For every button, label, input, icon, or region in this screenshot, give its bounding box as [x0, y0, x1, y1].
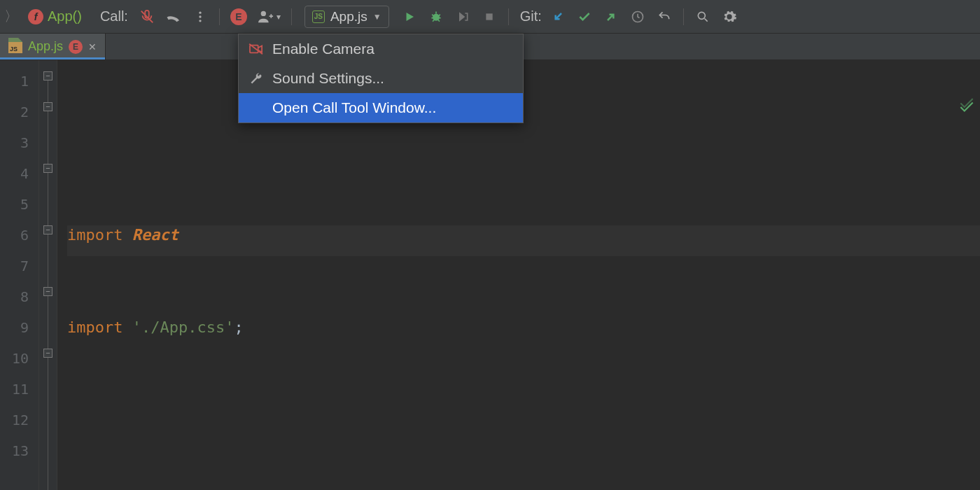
- chevron-down-icon: ▼: [373, 12, 382, 22]
- separator: [683, 8, 684, 25]
- settings-button[interactable]: [718, 5, 741, 29]
- gear-icon: [722, 9, 737, 24]
- arrow-down-left-icon: [551, 10, 565, 24]
- search-everywhere-button[interactable]: [691, 5, 715, 29]
- wrench-icon: [248, 71, 264, 85]
- inspection-widget[interactable]: [958, 98, 977, 118]
- coverage-button[interactable]: [451, 5, 475, 29]
- play-icon: [403, 10, 416, 23]
- add-user-button[interactable]: ▾: [253, 5, 284, 29]
- tab-label: App.js: [28, 39, 63, 54]
- separator: [219, 8, 220, 25]
- line-number-gutter: 12345678910111213: [0, 60, 39, 490]
- avatar-icon: E: [230, 8, 247, 25]
- check-icon: [578, 10, 592, 24]
- separator: [508, 8, 509, 25]
- git-history-button[interactable]: [626, 5, 650, 29]
- fold-gutter: − − − − − −: [39, 60, 57, 490]
- chevron-down-icon: ▾: [276, 12, 281, 22]
- fold-toggle[interactable]: −: [43, 102, 52, 111]
- run-config-selector[interactable]: JS App.js ▼: [304, 6, 389, 28]
- run-button[interactable]: [398, 5, 421, 29]
- clock-icon: [631, 10, 645, 24]
- debug-button[interactable]: [424, 5, 448, 29]
- undo-icon: [657, 10, 671, 24]
- svg-point-4: [261, 10, 266, 15]
- menu-item-sound-settings[interactable]: Sound Settings...: [239, 64, 523, 93]
- code-area[interactable]: import React import './App.css'; functio…: [57, 60, 980, 490]
- nodejs-icon: JS: [312, 10, 325, 23]
- phone-down-icon: [165, 8, 182, 25]
- arrow-up-right-icon: [604, 10, 618, 24]
- svg-point-2: [199, 15, 201, 18]
- tab-collaborator-badge: E: [69, 40, 83, 54]
- function-icon: f: [28, 9, 43, 24]
- file-tab-app-js[interactable]: JS App.js E ✕: [0, 34, 106, 59]
- hangup-button[interactable]: [162, 5, 186, 29]
- run-config-label: App.js: [330, 9, 368, 24]
- svg-point-8: [698, 12, 705, 19]
- close-tab-button[interactable]: ✕: [88, 41, 97, 52]
- more-call-button[interactable]: [188, 5, 212, 29]
- user-plus-icon: [257, 9, 275, 24]
- breadcrumb-chevron: 〉: [4, 7, 18, 26]
- bug-icon: [429, 10, 443, 24]
- breadcrumb[interactable]: f App(): [22, 7, 88, 26]
- menu-item-enable-camera[interactable]: Enable Camera: [239, 34, 523, 64]
- menu-item-label: Enable Camera: [272, 41, 374, 57]
- mute-mic-button[interactable]: [135, 5, 159, 29]
- fold-toggle[interactable]: −: [43, 71, 52, 80]
- fold-toggle[interactable]: −: [43, 225, 52, 234]
- call-label: Call:: [100, 8, 128, 24]
- svg-point-1: [199, 11, 201, 13]
- fold-toggle[interactable]: −: [43, 164, 52, 173]
- search-icon: [696, 10, 710, 24]
- fold-toggle[interactable]: −: [43, 349, 52, 358]
- separator: [291, 8, 292, 25]
- fold-toggle[interactable]: −: [43, 287, 52, 296]
- svg-rect-6: [486, 13, 492, 20]
- menu-item-open-call-tool-window[interactable]: Open Call Tool Window...: [239, 93, 523, 122]
- main-toolbar: 〉 f App() Call: E ▾ JS App.js ▼ Git:: [0, 0, 980, 34]
- run-coverage-icon: [456, 10, 470, 24]
- stop-button[interactable]: [477, 5, 501, 29]
- check-icon: [958, 98, 976, 116]
- breadcrumb-label: App(): [48, 8, 82, 24]
- git-push-button[interactable]: [599, 5, 623, 29]
- js-file-icon: JS: [8, 42, 22, 53]
- svg-point-3: [199, 20, 201, 22]
- git-update-button[interactable]: [546, 5, 570, 29]
- git-label: Git:: [520, 8, 542, 24]
- git-rollback-button[interactable]: [652, 5, 676, 29]
- menu-item-label: Open Call Tool Window...: [272, 99, 436, 116]
- camera-off-icon: [248, 43, 264, 55]
- menu-item-label: Sound Settings...: [272, 70, 384, 87]
- stop-icon: [484, 11, 495, 22]
- git-commit-button[interactable]: [573, 5, 596, 29]
- kebab-icon: [193, 10, 207, 24]
- mic-off-icon: [139, 9, 155, 24]
- call-options-menu: Enable Camera Sound Settings... Open Cal…: [238, 34, 524, 123]
- editor: 12345678910111213 − − − − − − import Rea…: [0, 60, 980, 490]
- collaborator-avatar[interactable]: E: [227, 5, 251, 29]
